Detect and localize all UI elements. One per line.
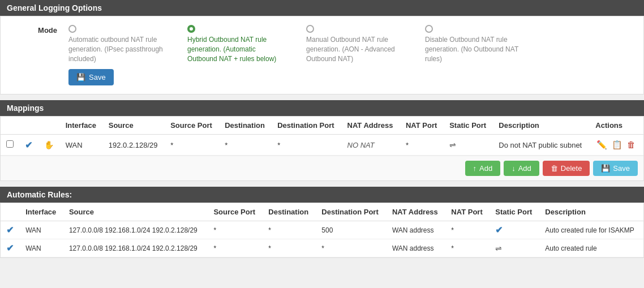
action-row: ↑ Add ↓ Add 🗑 Delete 💾 Save	[1, 156, 643, 180]
row-static-port: ⇌	[444, 135, 493, 156]
auto-row1-static-port: ✔	[490, 221, 539, 239]
row-source: 192.0.2.128/29	[103, 135, 165, 156]
col-actions: Actions	[590, 117, 643, 135]
row-source-port: *	[165, 135, 219, 156]
mode-option-auto[interactable]: Automatic outbound NAT rule generation. …	[68, 25, 165, 63]
mode-label: Mode	[12, 25, 68, 35]
mode-option-hybrid[interactable]: Hybrid Outbound NAT rule generation. (Au…	[187, 25, 284, 63]
auto-col-destination-port: Destination Port	[316, 203, 387, 221]
auto-col-source-port: Source Port	[208, 203, 263, 221]
mode-text-manual: Manual Outbound NAT rule generation. (AO…	[306, 35, 402, 63]
mode-option-disable[interactable]: Disable Outbound NAT rule generation. (N…	[425, 25, 521, 63]
row-hand-cell: ✋	[38, 135, 60, 156]
auto-row2-destination: *	[263, 239, 316, 257]
row-check-cell: ✔	[19, 135, 38, 156]
auto-col-description: Description	[539, 203, 643, 221]
col-static-port: Static Port	[444, 117, 493, 135]
row-destination-port: *	[272, 135, 341, 156]
row-actions: ✏️ 📋 🗑	[590, 135, 643, 156]
radio-auto[interactable]	[68, 25, 76, 33]
auto-row1-check: ✔	[1, 221, 20, 239]
radio-disable[interactable]	[425, 25, 433, 33]
auto-row2-destination-port: *	[316, 239, 387, 257]
save-mappings-icon: 💾	[601, 164, 610, 173]
row-checkbox[interactable]	[6, 140, 14, 148]
col-destination: Destination	[219, 117, 272, 135]
auto-col-nat-port: NAT Port	[445, 203, 490, 221]
arrow-up-icon: ↑	[473, 164, 477, 173]
delete-row-button[interactable]: 🗑	[626, 139, 637, 151]
auto-row2-check: ✔	[1, 239, 20, 257]
auto-rules-title: Automatic Rules:	[0, 187, 644, 203]
auto-row2-source: 127.0.0.0/8 192.168.1.0/24 192.0.2.128/2…	[63, 239, 208, 257]
auto-col-nat-address: NAT Address	[387, 203, 445, 221]
auto-rules-head: Interface Source Source Port Destination…	[1, 203, 643, 221]
mappings-table-head: Interface Source Source Port Destination…	[1, 117, 643, 135]
auto-row2-nat-port: *	[445, 239, 490, 257]
auto-col-static-port: Static Port	[490, 203, 539, 221]
auto-rules-table: Interface Source Source Port Destination…	[1, 203, 643, 257]
radio-manual[interactable]	[306, 25, 314, 33]
auto-rule-row-2: ✔ WAN 127.0.0.0/8 192.168.1.0/24 192.0.2…	[1, 239, 643, 257]
auto-col-destination: Destination	[263, 203, 316, 221]
mode-option-auto-top	[68, 25, 76, 33]
trash-icon: 🗑	[551, 164, 558, 173]
mode-option-disable-top	[425, 25, 433, 33]
row-description: Do not NAT public subnet	[493, 135, 590, 156]
auto-row1-interface: WAN	[20, 221, 63, 239]
auto-row1-description: Auto created rule for ISAKMP	[539, 221, 643, 239]
copy-button[interactable]: 📋	[611, 139, 624, 151]
save-icon: 💾	[76, 73, 85, 81]
add-down-button[interactable]: ↓ Add	[504, 161, 539, 176]
auto-col-interface: Interface	[20, 203, 63, 221]
mode-text-hybrid: Hybrid Outbound NAT rule generation. (Au…	[187, 35, 284, 63]
auto-row1-nat-address: WAN address	[387, 221, 445, 239]
col-interface: Interface	[60, 117, 103, 135]
table-row: ✔ ✋ WAN 192.0.2.128/29 * * * NO NAT * ⇌ …	[1, 135, 643, 156]
mappings-title: Mappings	[0, 100, 644, 116]
save-button[interactable]: 💾 Save	[68, 69, 114, 85]
delete-button[interactable]: 🗑 Delete	[543, 161, 590, 176]
col-check	[19, 117, 38, 135]
arrow-down-icon: ↓	[512, 164, 516, 173]
col-destination-port: Destination Port	[272, 117, 341, 135]
col-nat-port: NAT Port	[400, 117, 444, 135]
mappings-section: Mappings Interface Source Source Port De…	[0, 100, 644, 181]
shuffle-icon: ⇌	[449, 140, 456, 149]
col-nat-address: NAT Address	[342, 117, 400, 135]
mappings-table-container: Interface Source Source Port Destination…	[0, 116, 644, 181]
radio-hybrid[interactable]	[187, 25, 195, 33]
row-interface: WAN	[60, 135, 103, 156]
row-check-icon: ✔	[25, 140, 32, 150]
mappings-table-body: ✔ ✋ WAN 192.0.2.128/29 * * * NO NAT * ⇌ …	[1, 135, 643, 156]
auto-col-check	[1, 203, 20, 221]
auto-row2-nat-address: WAN address	[387, 239, 445, 257]
col-source: Source	[103, 117, 165, 135]
row-hand-icon: ✋	[44, 140, 54, 149]
col-hand	[38, 117, 60, 135]
mode-option-hybrid-top	[187, 25, 195, 33]
mappings-table: Interface Source Source Port Destination…	[1, 117, 643, 156]
section-title: General Logging Options	[0, 0, 644, 16]
auto-row1-source: 127.0.0.0/8 192.168.1.0/24 192.0.2.128/2…	[63, 221, 208, 239]
check-icon-1: ✔	[6, 225, 14, 235]
auto-rules-body: ✔ WAN 127.0.0.0/8 192.168.1.0/24 192.0.2…	[1, 221, 643, 257]
row-destination: *	[219, 135, 272, 156]
save-mappings-button[interactable]: 💾 Save	[593, 161, 638, 176]
auto-rules-table-container: Interface Source Source Port Destination…	[0, 203, 644, 258]
auto-row2-description: Auto created rule	[539, 239, 643, 257]
mode-row: Mode Automatic outbound NAT rule generat…	[12, 25, 632, 63]
auto-col-source: Source	[63, 203, 208, 221]
add-up-button[interactable]: ↑ Add	[465, 161, 501, 176]
auto-rule-row-1: ✔ WAN 127.0.0.0/8 192.168.1.0/24 192.0.2…	[1, 221, 643, 239]
col-source-port: Source Port	[165, 117, 219, 135]
row-nat-address: NO NAT	[342, 135, 400, 156]
edit-button[interactable]: ✏️	[595, 139, 608, 151]
auto-row1-nat-port: *	[445, 221, 490, 239]
col-checkbox	[1, 117, 19, 135]
static-port-check-1: ✔	[495, 225, 503, 235]
auto-row2-source-port: *	[208, 239, 263, 257]
check-icon-2: ✔	[6, 243, 14, 253]
mode-option-manual-top	[306, 25, 314, 33]
mode-option-manual[interactable]: Manual Outbound NAT rule generation. (AO…	[306, 25, 402, 63]
